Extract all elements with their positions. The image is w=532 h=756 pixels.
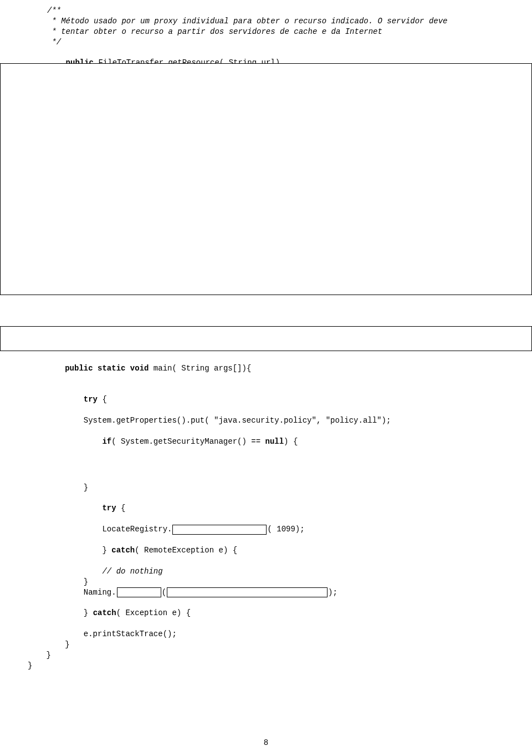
close-brace-main: }	[28, 650, 504, 661]
close-brace-try-inner: }	[28, 577, 504, 587]
set-property-line: System.getProperties().put( "java.securi…	[28, 415, 504, 426]
naming-prefix: Naming.	[28, 587, 116, 598]
naming-line: Naming. ( );	[28, 587, 504, 598]
keyword-try-1: try	[47, 395, 98, 404]
catch-remote-exception: } catch( RemoteException e) {	[28, 535, 504, 566]
keyword-if: if	[47, 437, 112, 446]
javadoc-line1: * Método usado por um proxy individual p…	[28, 16, 504, 27]
close-brace-if: }	[28, 483, 504, 493]
redacted-block-1	[0, 63, 532, 295]
catch-exception: } catch( Exception e) {	[28, 598, 504, 630]
keyword-null: null	[265, 437, 284, 446]
keyword-catch-2: catch	[93, 608, 116, 617]
if-security-manager: if( System.getSecurityManager() == null)…	[28, 426, 504, 458]
keyword-try-2: try	[47, 504, 116, 513]
javadoc-open: /**	[28, 6, 504, 16]
catch2-pre: }	[47, 608, 93, 617]
main-signature: public static void main( String args[]){	[28, 353, 504, 384]
try-outer: try {	[28, 384, 504, 415]
page-number: 8	[0, 738, 532, 748]
redacted-block-2	[0, 326, 532, 351]
locate-registry-suffix: ( 1099);	[267, 524, 304, 535]
javadoc-close: */	[28, 37, 504, 48]
redacted-inline-box-2	[117, 587, 161, 597]
try-inner: try {	[28, 493, 504, 525]
spacer-2	[28, 458, 504, 483]
javadoc-line2: * tentar obter o recurso a partir dos se…	[28, 27, 504, 37]
close-brace-catch: }	[28, 640, 504, 650]
locate-registry-line: LocateRegistry. ( 1099);	[28, 524, 504, 535]
print-stacktrace: e.printStackTrace();	[28, 629, 504, 640]
redacted-inline-box-1	[172, 525, 267, 535]
try-inner-brace: {	[116, 504, 126, 513]
try-outer-brace: {	[98, 395, 107, 404]
main-sig-rest: main( String args[]){	[149, 364, 251, 373]
close-brace-class: }	[28, 661, 504, 671]
catch2-rest: ( Exception e) {	[116, 608, 191, 617]
do-nothing-comment: // do nothing	[28, 566, 504, 577]
redacted-inline-box-3	[167, 587, 328, 597]
naming-suffix: );	[328, 587, 337, 598]
catch1-pre: }	[47, 546, 112, 555]
if-mid: ( System.getSecurityManager() ==	[111, 437, 265, 446]
catch1-rest: ( RemoteException e) {	[135, 546, 237, 555]
document-page: /** * Método usado por um proxy individu…	[0, 0, 532, 671]
locate-registry-prefix: LocateRegistry.	[28, 524, 172, 535]
keyword-catch-1: catch	[111, 546, 135, 555]
naming-open-paren: (	[162, 587, 166, 598]
if-end: ) {	[284, 437, 298, 446]
keyword-public-static-void: public static void	[47, 364, 149, 373]
